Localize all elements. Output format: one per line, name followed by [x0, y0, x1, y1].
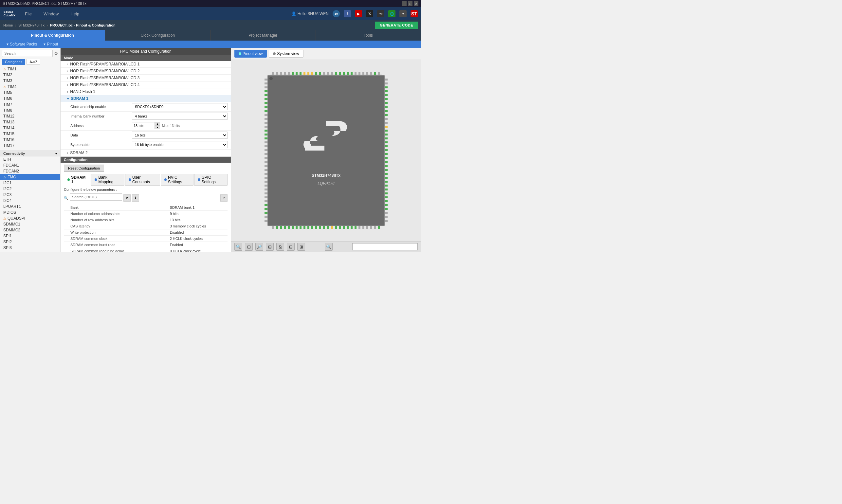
sidebar-item-spi2[interactable]: SPI2 — [0, 239, 60, 245]
sidebar-item-sdmmc1[interactable]: SDMMC1 — [0, 221, 60, 227]
config-tab-bank-mapping[interactable]: Bank Mapping — [91, 174, 124, 185]
sidebar-item-tim6[interactable]: TIM6 — [0, 95, 60, 102]
minimize-button[interactable]: — — [402, 1, 407, 6]
nor-flash-2-row[interactable]: › NOR Flash/PSRAM/SRAM/ROM/LCD 2 — [60, 68, 231, 75]
menu-help[interactable]: Help — [68, 10, 82, 18]
sidebar-item-fdcan2[interactable]: FDCAN2 — [0, 168, 60, 174]
facebook-icon[interactable]: f — [344, 10, 351, 17]
help-icon[interactable]: ? — [220, 194, 228, 202]
sub-nav-pinout[interactable]: ▾ Pinout — [43, 42, 58, 47]
sidebar-tab-az[interactable]: A->Z — [26, 59, 40, 65]
internal-bank-select[interactable]: 4 banks — [132, 112, 228, 120]
nand-flash-1-row[interactable]: › NAND Flash 1 — [60, 88, 231, 95]
frame-icon[interactable]: ⊞ — [266, 243, 274, 251]
sidebar-item-spi1[interactable]: SPI1 — [0, 233, 60, 239]
config-tab-user-constants[interactable]: User Constants — [125, 174, 160, 185]
sidebar-item-tim8[interactable]: TIM8 — [0, 107, 60, 113]
zoom-out-2-icon[interactable]: 🔎 — [255, 243, 263, 251]
byte-enable-select[interactable]: 16-bit byte enable — [132, 141, 228, 148]
grid-icon[interactable]: ⊞ — [297, 243, 305, 251]
zoom-out-icon[interactable]: 🔍 — [234, 243, 242, 251]
address-increment-btn[interactable]: ▲ — [155, 122, 160, 126]
sidebar-item-spi3[interactable]: SPI3 — [0, 245, 60, 251]
web-icon[interactable]: 🌐 — [388, 10, 395, 17]
config-tab-sdram1[interactable]: SDRAM 1 — [64, 174, 90, 185]
twitter-icon[interactable]: 𝕏 — [366, 10, 373, 17]
address-decrement-btn[interactable]: ▼ — [155, 126, 160, 129]
search2-icon[interactable]: 🔍 — [325, 243, 333, 251]
breadcrumb-home[interactable]: Home — [3, 23, 13, 27]
view-tab-system[interactable]: System view — [269, 50, 303, 58]
sidebar-item-mdios[interactable]: MDIOS — [0, 210, 60, 215]
close-button[interactable]: ✕ — [414, 1, 418, 6]
menu-file[interactable]: File — [22, 10, 34, 18]
svg-rect-123 — [384, 193, 388, 194]
split-icon[interactable]: ⊟ — [287, 243, 294, 251]
sidebar-item-tim5[interactable]: TIM5 — [0, 90, 60, 95]
sidebar-item-tim7[interactable]: TIM7 — [0, 102, 60, 107]
sidebar-item-tim3[interactable]: TIM3 — [0, 78, 60, 84]
svg-rect-75 — [265, 149, 268, 151]
sidebar-item-i2c3[interactable]: I2C3 — [0, 192, 60, 198]
info-icon[interactable]: ℹ — [132, 194, 139, 202]
breadcrumb-project[interactable]: PROJECT.ioc - Pinout & Configuration — [50, 23, 115, 27]
clock-chip-enable-label: Clock and chip enable — [70, 105, 129, 109]
menu-window[interactable]: Window — [41, 10, 61, 18]
nor-flash-1-row[interactable]: › NOR Flash/PSRAM/SRAM/ROM/LCD 1 — [60, 61, 231, 68]
clock-chip-enable-select[interactable]: SDCKE0+SDNE0 — [132, 103, 228, 110]
tab-project-manager[interactable]: Project Manager — [211, 30, 316, 40]
tab-pinout-config[interactable]: Pinout & Configuration — [0, 30, 105, 40]
breadcrumb-mcu[interactable]: STM32H743IITx — [18, 23, 44, 27]
config-tab-gpio-settings[interactable]: GPIO Settings — [194, 174, 228, 185]
sdram2-row[interactable]: › SDRAM 2 — [60, 149, 231, 157]
table-row: Bank SDRAM bank 1 — [64, 204, 228, 211]
sidebar-item-tim13[interactable]: TIM13 — [0, 119, 60, 125]
sidebar-item-i2c4[interactable]: I2C4 — [0, 198, 60, 203]
params-search-input[interactable] — [70, 194, 122, 201]
sidebar-item-fdcan1[interactable]: FDCAN1 — [0, 162, 60, 168]
fit-icon[interactable]: ⊡ — [245, 243, 253, 251]
reset-config-button[interactable]: Reset Configuration — [64, 165, 104, 172]
sidebar-item-tim17[interactable]: TIM17 — [0, 143, 60, 148]
sidebar-item-tim16[interactable]: TIM16 — [0, 137, 60, 143]
sidebar-item-eth[interactable]: ETH — [0, 157, 60, 162]
sidebar-item-tim12[interactable]: TIM12 — [0, 113, 60, 119]
sidebar-item-i2c1[interactable]: I2C1 — [0, 180, 60, 186]
sidebar-item-fmc[interactable]: FMC — [0, 174, 60, 180]
sidebar-connectivity-section[interactable]: Connectivity ▾ — [0, 150, 60, 157]
sidebar-item-sdmmc2[interactable]: SDMMC2 — [0, 227, 60, 233]
sidebar-item-tim4[interactable]: TIM4 — [0, 84, 60, 90]
svg-rect-65 — [265, 110, 268, 112]
refresh-icon[interactable]: ↺ — [123, 194, 131, 202]
sidebar-tab-categories[interactable]: Categories — [2, 59, 25, 65]
chip-search-input[interactable] — [352, 243, 418, 250]
star-icon[interactable]: ✦ — [399, 10, 407, 17]
generate-code-button[interactable]: GENERATE CODE — [375, 22, 418, 29]
sdram1-row[interactable]: ▾ SDRAM 1 — [60, 95, 231, 102]
sidebar-gear-icon[interactable]: ⚙ — [54, 51, 58, 56]
data-select[interactable]: 16 bits — [132, 131, 228, 139]
tab-tools[interactable]: Tools — [316, 30, 421, 40]
copy-icon[interactable]: ⎘ — [276, 243, 284, 251]
sidebar-item-tim1[interactable]: TIM1 — [0, 66, 60, 72]
tab-clock-config[interactable]: Clock Configuration — [105, 30, 211, 40]
svg-rect-37 — [303, 226, 305, 229]
github-icon[interactable]: ⌥ — [377, 10, 384, 17]
nor-flash-3-row[interactable]: › NOR Flash/PSRAM/SRAM/ROM/LCD 3 — [60, 75, 231, 82]
sidebar-item-tim2[interactable]: TIM2 — [0, 72, 60, 78]
config-tab-nvic-settings[interactable]: NVIC Settings — [161, 174, 194, 185]
st-logo-icon[interactable]: ST — [411, 10, 418, 17]
sidebar-item-tim14[interactable]: TIM14 — [0, 125, 60, 131]
sidebar-item-lpuart1[interactable]: LPUART1 — [0, 203, 60, 210]
address-input[interactable] — [132, 122, 155, 129]
sidebar-item-quadspi[interactable]: QUADSPI — [0, 215, 60, 221]
sub-nav-software-packs[interactable]: ▾ Software Packs — [6, 42, 37, 47]
maximize-button[interactable]: □ — [408, 1, 412, 6]
view-tab-pinout[interactable]: Pinout view — [234, 50, 267, 58]
nor-flash-4-row[interactable]: › NOR Flash/PSRAM/SRAM/ROM/LCD 4 — [60, 82, 231, 88]
sidebar-item-tim15[interactable]: TIM15 — [0, 131, 60, 137]
sidebar-item-spi4[interactable]: SPI4 — [0, 251, 60, 252]
youtube-icon[interactable]: ▶ — [355, 10, 362, 17]
sidebar-search-input[interactable] — [2, 50, 53, 57]
sidebar-item-i2c2[interactable]: I2C2 — [0, 186, 60, 192]
